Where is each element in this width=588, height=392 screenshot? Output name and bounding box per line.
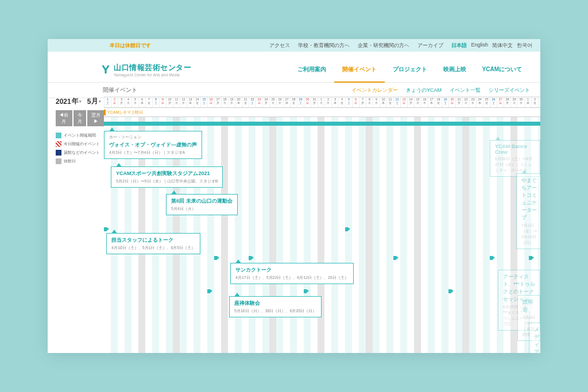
ruler-day[interactable]: 2金	[531, 97, 538, 107]
ruler-day[interactable]: 29火	[510, 97, 517, 107]
event-card-art-comm[interactable]: やまぐちアートコミュニケータープ7月2日（金）〜9月19日（日）	[516, 173, 540, 249]
nav-cinema[interactable]: 映画上映	[435, 56, 474, 83]
lang-zh[interactable]: 简体中文	[492, 42, 513, 49]
ruler-day[interactable]: 17月	[214, 97, 221, 107]
ruler-day[interactable]: 15火	[414, 97, 421, 107]
event-card-zazen[interactable]: 座禅体験会5月16日（日）、30日（日）、6月20日（日）	[229, 296, 322, 317]
subnav-today[interactable]: きょうのYCAM	[406, 87, 442, 94]
ruler-day[interactable]: 6木	[138, 97, 145, 107]
month-select[interactable]: 5月▾	[87, 96, 102, 106]
ruler-day[interactable]: 28月	[504, 97, 510, 107]
this-month-button[interactable]: 今月	[74, 110, 87, 126]
ruler-day[interactable]: 1火	[318, 97, 324, 107]
ruler-day[interactable]: 22火	[462, 97, 469, 107]
ruler-day[interactable]: 30日	[304, 97, 311, 107]
ruler-day[interactable]: 27日	[497, 97, 504, 107]
grid-column	[331, 117, 338, 353]
event-card-dance[interactable]: YCAM Dance Crew6月26日（土）〜8月27日（金）｜コミュニティ・…	[490, 140, 540, 177]
ruler-day[interactable]: 13木	[187, 97, 194, 107]
ruler-day[interactable]: 19水	[228, 97, 235, 107]
nav-events[interactable]: 開催イベント	[334, 56, 385, 83]
event-card-staff-talk[interactable]: 担当スタッフによるトーク4月10日（土）、5月1日（土）、6月5日（土）	[106, 233, 200, 254]
util-link-access[interactable]: アクセス	[269, 42, 290, 49]
ruler-day[interactable]: 24木	[476, 97, 483, 107]
event-card-media[interactable]: メディア7月10日	[529, 323, 540, 353]
subnav-list[interactable]: イベント一覧	[450, 87, 481, 94]
ruler-day[interactable]: 10月	[166, 97, 173, 107]
ruler-day[interactable]: 23日	[256, 97, 262, 107]
ruler-day[interactable]: 28金	[290, 97, 297, 107]
ruler-day[interactable]: 15土	[200, 97, 207, 107]
ruler-day[interactable]: 9日	[159, 97, 166, 107]
ruler-day[interactable]: 29土	[297, 97, 304, 107]
ruler-day[interactable]: 1土	[104, 97, 111, 107]
ruler-day[interactable]: 7金	[145, 97, 152, 107]
util-link-corp[interactable]: 企業・研究機関の方へ	[358, 42, 409, 49]
ruler-day[interactable]: 21月	[455, 97, 462, 107]
ruler-day[interactable]: 13日	[400, 97, 407, 107]
ruler-day[interactable]: 25金	[483, 97, 490, 107]
ruler-day[interactable]: 3土	[538, 97, 540, 107]
prev-month-button[interactable]: ◀前月	[56, 110, 72, 126]
ruler-day[interactable]: 18火	[221, 97, 228, 107]
ruler-day[interactable]: 30水	[517, 97, 524, 107]
event-card-sankaku[interactable]: サンカクトーク4月17日（土）、5月22日（土）、6月12日（土）、26日（土）	[230, 263, 354, 284]
ruler-day[interactable]: 9水	[373, 97, 380, 107]
ruler-day[interactable]: 31月	[311, 97, 318, 107]
ruler-day[interactable]: 20日	[448, 97, 455, 107]
subnav-series[interactable]: シリーズイベント	[489, 87, 530, 94]
ruler-day[interactable]: 11火	[173, 97, 180, 107]
ruler-day[interactable]: 14金	[194, 97, 200, 107]
ruler-day[interactable]: 5水	[131, 97, 138, 107]
ruler-day[interactable]: 21金	[242, 97, 249, 107]
ruler-day[interactable]: 5土	[345, 97, 352, 107]
util-link-archive[interactable]: アーカイブ	[417, 42, 443, 49]
ruler-day[interactable]: 18金	[435, 97, 442, 107]
ruler-day[interactable]: 8火	[366, 97, 373, 107]
ruler-day[interactable]: 2水	[324, 97, 331, 107]
next-month-button[interactable]: 翌月▶	[87, 110, 104, 126]
ruler-day[interactable]: 3木	[331, 97, 338, 107]
event-card-sports[interactable]: YCAMスポーツ共創実験スタジアム20215月2日（日）〜5日（水）｜山口市中央…	[111, 166, 223, 188]
nav-guide[interactable]: ご利用案内	[289, 56, 334, 83]
ruler-day[interactable]: 12土	[393, 97, 400, 107]
ruler-day[interactable]: 2日	[111, 97, 118, 107]
ruler-day[interactable]: 16日	[207, 97, 214, 107]
util-link-school[interactable]: 学校・教育機関の方へ	[298, 42, 350, 49]
lang-ja[interactable]: 日本語	[451, 42, 467, 49]
event-title: 座禅体験会	[234, 300, 316, 307]
ruler-day[interactable]: 19土	[442, 97, 448, 107]
event-card-void[interactable]: ホー・ツーニェンヴォイス・オブ・ヴォイド—虚無の声4月3日（土）〜7月4日（日）…	[104, 131, 202, 159]
ruler-day[interactable]: 10木	[380, 97, 386, 107]
ruler-day[interactable]: 22土	[249, 97, 256, 107]
lang-ko[interactable]: 한국어	[517, 42, 532, 49]
ruler-day[interactable]: 24月	[262, 97, 269, 107]
ruler-day[interactable]: 3月	[118, 97, 125, 107]
ruler-day[interactable]: 14月	[407, 97, 414, 107]
logo[interactable]: Y 山口情報芸術センター Yamaguchi Center for Arts a…	[102, 63, 191, 77]
ruler-day[interactable]: 20木	[235, 97, 242, 107]
ruler-day[interactable]: 23水	[469, 97, 476, 107]
nav-project[interactable]: プロジェクト	[385, 56, 435, 83]
year-select[interactable]: 2021年▾	[56, 96, 82, 106]
nav-about[interactable]: YCAMについて	[474, 56, 530, 83]
ruler-day[interactable]: 1木	[524, 97, 531, 107]
ruler-day[interactable]: 7月	[359, 97, 366, 107]
ruler-day[interactable]: 25火	[269, 97, 276, 107]
grid-column	[373, 117, 380, 353]
subnav-calendar[interactable]: イベントカレンダー	[351, 87, 398, 94]
ruler-day[interactable]: 8土	[152, 97, 159, 107]
ruler-day[interactable]: 27木	[283, 97, 290, 107]
ruler-day[interactable]: 16水	[421, 97, 428, 107]
lang-en[interactable]: English	[471, 42, 488, 49]
ruler-day[interactable]: 12水	[180, 97, 187, 107]
ruler-day[interactable]: 4金	[338, 97, 345, 107]
ruler-day[interactable]: 26土	[490, 97, 497, 107]
ruler-day[interactable]: 26水	[276, 97, 283, 107]
ruler-day[interactable]: 11金	[386, 97, 393, 107]
ruler-day[interactable]: 6日	[352, 97, 359, 107]
event-title: YCAMスポーツ共創実験スタジアム2021	[116, 170, 218, 177]
event-card-undokai[interactable]: 第6回 未来の山口の運動会5月4日（火）	[166, 194, 238, 215]
ruler-day[interactable]: 4火	[125, 97, 131, 107]
ruler-day[interactable]: 17木	[428, 97, 435, 107]
